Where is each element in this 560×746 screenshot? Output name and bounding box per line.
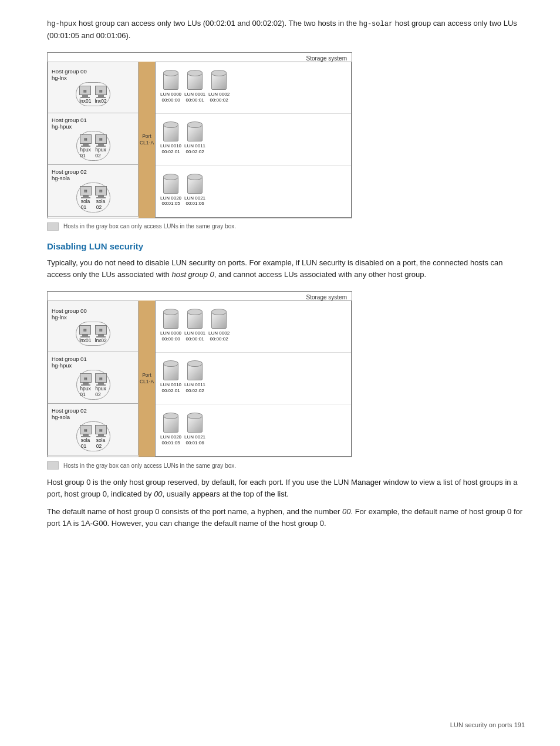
hg0-host1: ▤ lnx01 [79, 86, 91, 104]
hg0-oval: ▤ lnx01 ▤ lnx02 [76, 82, 110, 106]
hg1-host2: ▤ hpux02 [95, 134, 107, 158]
cylinder-icon [211, 311, 227, 329]
lun-item: LUN 002100:01:06 [184, 176, 205, 207]
host-label: lnx01 [79, 98, 91, 104]
lun-label: LUN 001000:02:01 [160, 382, 181, 393]
italic-00-2: 00 [342, 507, 350, 516]
hg0-hosts: ▤ lnx01 ▤ lnx02 [79, 86, 107, 104]
host-label: sola02 [96, 198, 106, 210]
footer-text: LUN security on ports 191 [450, 721, 525, 728]
lun-label: LUN 002000:01:05 [160, 195, 181, 207]
diagram1-flex: Host group 00hg-lnx ▤ lnx01 ▤ [48, 62, 352, 218]
hg0-title: Host group 00hg-lnx [52, 68, 87, 81]
diagram1-hg1: Host group 01hg-hpux ▤ hpux01 [48, 113, 139, 165]
pc-icon: ▤ [79, 86, 91, 95]
host-label: hpux02 [95, 147, 106, 158]
diagram2-storage-label: Storage system [48, 292, 352, 301]
hg1-hosts: ▤ hpux01 ▤ hpux02 [80, 373, 107, 397]
hg1-oval: ▤ hpux01 ▤ hpux02 [76, 131, 110, 161]
lun-item: LUN 000000:00:00 [160, 72, 181, 103]
pc-icon: ▤ [95, 134, 107, 144]
hg2-host2: ▤ sola02 [95, 186, 107, 210]
hg1-oval: ▤ hpux01 ▤ hpux02 [76, 370, 110, 400]
port-label: PortCL1-A [140, 372, 154, 385]
hg1-hosts: ▤ hpux01 ▤ hpux02 [80, 134, 107, 158]
host-label: lnx02 [95, 98, 107, 104]
diagram2-hg1: Host group 01hg-hpux ▤ hpux01 [48, 352, 139, 404]
diagram1-left-groups: Host group 00hg-lnx ▤ lnx01 ▤ [48, 62, 139, 218]
cylinder-icon [211, 72, 227, 90]
legend-square [47, 461, 59, 470]
lun-label: LUN 000100:00:01 [184, 330, 205, 342]
cylinder-icon [163, 415, 178, 433]
code-hg-hpux: hg-hpux [47, 20, 76, 28]
pc-icon: ▤ [80, 134, 92, 144]
diagram1-hg2: Host group 02hg-sola ▤ sola01 [48, 165, 139, 217]
hg0-oval: ▤ lnx01 ▤ lnx02 [76, 322, 110, 346]
cylinder-icon [163, 311, 178, 329]
pc-icon: ▤ [95, 425, 107, 434]
diagram2-left-groups: Host group 00hg-lnx ▤ lnx01 ▤ [48, 301, 139, 457]
lun-label: LUN 000000:00:00 [160, 92, 181, 103]
cylinder-icon [187, 124, 203, 141]
lun-group-1: LUN 001000:02:01 LUN 001100:02:02 [156, 353, 351, 404]
lun-item: LUN 000200:00:02 [208, 311, 230, 342]
host-fig: ▤ hpux01 [80, 373, 92, 397]
hg2-hosts: ▤ sola01 ▤ sola02 [80, 186, 107, 210]
lun-item: LUN 001100:02:02 [184, 363, 205, 393]
section-para3: The default name of host group 0 consist… [47, 506, 525, 529]
cyl-group: LUN 000000:00:00 LUN 000100:00:01 LUN 00… [160, 311, 230, 342]
cylinder-icon [163, 72, 178, 90]
hg0-title: Host group 00hg-lnx [52, 308, 87, 320]
section-heading: Disabling LUN security [47, 241, 525, 251]
lun-item: LUN 000100:00:01 [184, 72, 205, 103]
pc-icon: ▤ [95, 325, 107, 335]
italic-00: 00 [154, 490, 162, 498]
pc-icon: ▤ [80, 425, 92, 434]
cylinder-icon [187, 363, 203, 380]
lun-group-2: LUN 002000:01:05 LUN 002100:01:06 [156, 166, 351, 217]
lun-label: LUN 000100:00:01 [184, 92, 205, 103]
hg1-title: Host group 01hg-hpux [52, 117, 87, 130]
lun-item: LUN 000000:00:00 [160, 311, 181, 342]
intro-paragraph: hg-hpux host group can access only two L… [47, 18, 525, 42]
lun-group-2: LUN 002000:01:05 LUN 002100:01:06 [156, 404, 351, 456]
diagram2-flex: Host group 00hg-lnx ▤ lnx01 ▤ [48, 301, 352, 457]
diagram2-wrap: Storage system Host group 00hg-lnx ▤ [47, 291, 525, 470]
diagram1-port: PortCL1-A [139, 62, 155, 218]
diagram1-hg0: Host group 00hg-lnx ▤ lnx01 ▤ [48, 62, 139, 113]
diagram1-storage-label: Storage system [48, 53, 352, 62]
cyl-group-2: LUN 002000:01:05 LUN 002100:01:06 [160, 176, 205, 207]
cylinder-icon [163, 176, 178, 194]
lun-label: LUN 000200:00:02 [208, 330, 230, 342]
cylinder-icon [187, 415, 203, 433]
pc-icon: ▤ [95, 373, 107, 383]
lun-item: LUN 001000:02:01 [160, 124, 181, 154]
lun-group-1: LUN 001000:02:01 LUN 001100:02:02 [156, 114, 351, 166]
host-label: hpux01 [80, 386, 90, 397]
hg0-host2: ▤ lnx02 [95, 86, 107, 104]
legend-square [47, 222, 59, 231]
hg1-host1: ▤ hpux01 [80, 134, 92, 158]
lun-item: LUN 000200:00:02 [208, 72, 230, 103]
cyl-group: LUN 001000:02:01 LUN 001100:02:02 [160, 363, 205, 393]
port-rect: PortCL1-A [139, 62, 155, 218]
hg2-oval: ▤ sola01 ▤ sola02 [76, 421, 110, 451]
host-label: sola01 [81, 198, 90, 210]
pc-icon: ▤ [95, 186, 107, 195]
pc-icon: ▤ [80, 373, 92, 383]
host-fig: ▤ hpux02 [95, 373, 107, 397]
lun-label: LUN 000000:00:00 [160, 330, 181, 342]
lun-item: LUN 002100:01:06 [184, 415, 205, 445]
diagram1: Storage system Host group 00hg-lnx ▤ [47, 52, 352, 218]
lun-label: LUN 002100:01:06 [184, 195, 205, 207]
lun-label: LUN 000200:00:02 [208, 92, 230, 103]
port-rect: PortCL1-A [139, 301, 155, 457]
hg2-host1: ▤ sola01 [80, 186, 92, 210]
lun-group-0: LUN 000000:00:00 LUN 000100:00:01 LUN 00… [156, 301, 351, 353]
diagram2-right-storage: LUN 000000:00:00 LUN 000100:00:01 LUN 00… [155, 301, 352, 457]
lun-label: LUN 002100:01:06 [184, 434, 205, 445]
diagram2: Storage system Host group 00hg-lnx ▤ [47, 291, 352, 457]
cylinder-icon [163, 363, 178, 380]
hg0-hosts: ▤ lnx01 ▤ lnx02 [79, 325, 107, 343]
